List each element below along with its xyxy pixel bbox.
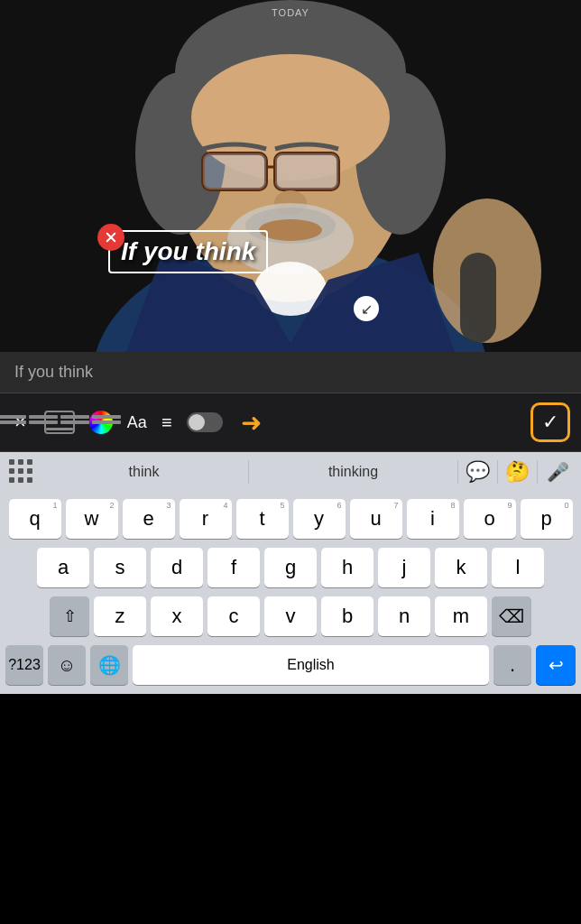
suggestion-thinking-emoji[interactable]: 🤔 [498,460,538,484]
key-emoji[interactable]: ☺ [48,645,86,685]
key-shift[interactable]: ⇧ [50,596,89,636]
return-icon: ↩ [549,654,564,676]
key-j[interactable]: j [378,548,430,587]
keyboard-icon [44,411,75,434]
emoji-icon: ☺ [58,655,76,676]
opacity-toggle[interactable] [183,409,226,436]
key-r[interactable]: r4 [180,499,232,539]
key-space[interactable]: English [133,645,489,685]
numbers-label: ?123 [8,657,41,673]
align-icon: ≡ [161,412,172,433]
key-k[interactable]: k [435,548,487,587]
suggestions-row: think thinking 💬 🤔 🎤 [0,452,581,492]
toolbar: × Aa ≡ ➜ ✓ [0,393,581,452]
key-e[interactable]: e3 [123,499,175,539]
key-return[interactable]: ↩ [536,645,576,685]
text-input-field[interactable] [14,363,567,382]
delete-overlay-button[interactable] [97,224,124,251]
today-label: TODAY [272,7,309,18]
text-input-area [0,352,581,393]
space-label: English [287,657,334,673]
key-row-2: a s d f g h j k l [3,548,578,587]
key-row-1: q1 w2 e3 r4 t5 y6 u7 i8 o9 p0 [3,499,578,539]
svg-rect-12 [275,153,338,189]
key-backspace[interactable]: ⌫ [492,596,531,636]
text-overlay-content: If you think [121,237,255,265]
key-y[interactable]: y6 [293,499,346,539]
video-background: TODAY If you think ↙ [0,0,581,352]
key-f[interactable]: f [208,548,260,587]
backspace-icon: ⌫ [499,605,524,627]
key-period[interactable]: . [493,645,531,685]
key-row-bottom: ?123 ☺ 🌐 English . ↩ [3,645,578,690]
key-b[interactable]: b [321,596,374,636]
video-area: TODAY If you think ↙ [0,0,581,352]
key-g[interactable]: g [264,548,317,587]
svg-point-16 [259,219,322,241]
arrow-right-icon: ➜ [241,408,262,438]
period-label: . [510,653,515,677]
key-v[interactable]: v [264,596,317,636]
key-o[interactable]: o9 [464,499,516,539]
grid-dots-icon [9,459,34,485]
opacity-toggle-switch[interactable] [187,412,223,432]
key-a[interactable]: a [37,548,89,587]
key-p[interactable]: p0 [521,499,573,539]
resize-arrow-icon: ↙ [361,300,373,318]
key-d[interactable]: d [151,548,203,587]
font-size-label: Aa [127,413,147,432]
globe-icon: 🌐 [98,654,121,676]
key-n[interactable]: n [378,596,430,636]
keyboard-toggle-button[interactable] [41,407,78,438]
suggestion-thinking[interactable]: thinking [249,460,458,484]
arrow-decoration: ➜ [234,404,265,441]
suggestions-grid-button[interactable] [4,454,40,490]
svg-rect-19 [460,253,496,343]
suggestion-think[interactable]: think [40,460,249,484]
key-c[interactable]: c [208,596,260,636]
keyboard: q1 w2 e3 r4 t5 y6 u7 i8 o9 p0 a s d f g … [0,492,581,694]
shift-icon: ⇧ [63,606,77,626]
key-z[interactable]: z [94,596,146,636]
microphone-button[interactable]: 🎤 [538,461,577,483]
key-row-3: ⇧ z x c v b n m ⌫ [3,596,578,636]
key-w[interactable]: w2 [66,499,118,539]
check-icon: ✓ [542,412,558,432]
key-i[interactable]: i8 [407,499,459,539]
confirm-button[interactable]: ✓ [530,402,570,442]
key-x[interactable]: x [151,596,203,636]
key-t[interactable]: t5 [236,499,289,539]
key-s[interactable]: s [94,548,146,587]
resize-handle[interactable]: ↙ [354,296,379,321]
align-button[interactable]: ≡ [158,409,176,437]
key-l[interactable]: l [492,548,544,587]
key-numbers[interactable]: ?123 [5,645,43,685]
key-m[interactable]: m [435,596,487,636]
key-globe[interactable]: 🌐 [90,645,128,685]
svg-rect-11 [203,153,266,189]
key-h[interactable]: h [321,548,374,587]
key-u[interactable]: u7 [350,499,402,539]
text-overlay-box[interactable]: If you think [108,230,268,273]
suggestion-speech-emoji[interactable]: 💬 [458,460,498,484]
font-size-button[interactable]: Aa [124,410,151,436]
key-q[interactable]: q1 [9,499,61,539]
